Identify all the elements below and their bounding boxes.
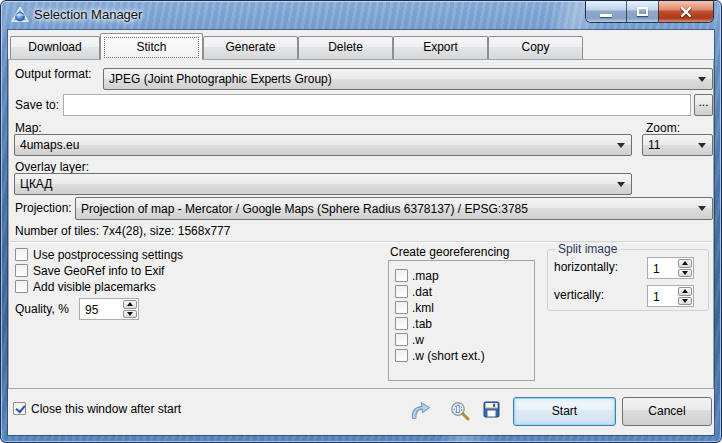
use-postprocessing-checkbox[interactable] (15, 248, 28, 261)
zoom-value: 11 (648, 138, 660, 152)
chevron-down-icon (698, 143, 706, 148)
floppy-save-icon[interactable] (483, 401, 500, 418)
spin-up-button[interactable] (678, 287, 692, 296)
spin-down-button[interactable] (678, 269, 692, 278)
use-postprocessing-label[interactable]: Use postprocessing settings (33, 248, 183, 263)
dialog-client-area: Download Stitch Generate Delete Export C… (8, 30, 714, 435)
split-image-title: Split image (555, 242, 620, 256)
minimize-icon (600, 14, 612, 17)
selection-manager-window: Selection Manager Download Stitch Genera… (0, 0, 722, 443)
georef-dat-label[interactable]: .dat (412, 285, 432, 300)
projection-label: Projection: (15, 201, 72, 216)
spin-down-button[interactable] (123, 310, 137, 319)
output-format-label: Output format: (15, 67, 92, 82)
minimize-button[interactable] (586, 1, 626, 22)
output-format-select[interactable]: JPEG (Joint Photographic Experts Group) (103, 68, 713, 90)
georeferencing-title: Create georeferencing (390, 245, 509, 260)
georef-w-short-label[interactable]: .w (short ext.) (412, 349, 485, 364)
spinner-buttons (678, 259, 692, 277)
link-icon[interactable] (408, 398, 433, 423)
map-select[interactable]: 4umaps.eu (14, 134, 632, 156)
maximize-icon (637, 7, 648, 16)
tab-generate[interactable]: Generate (203, 36, 298, 59)
georef-w-label[interactable]: .w (412, 333, 424, 348)
georef-tab-label[interactable]: .tab (412, 317, 432, 332)
split-horizontally-value[interactable]: 1 (653, 262, 660, 276)
spinner-buttons (678, 287, 692, 305)
chevron-down-icon (617, 182, 625, 187)
overlay-layer-value: ЦКАД (20, 177, 52, 191)
titlebar[interactable]: Selection Manager (0, 0, 722, 30)
tab-download[interactable]: Download (10, 36, 100, 59)
maximize-button[interactable] (626, 1, 658, 22)
cancel-button[interactable]: Cancel (622, 397, 712, 426)
tab-delete[interactable]: Delete (298, 36, 393, 59)
quality-value[interactable]: 95 (85, 303, 98, 317)
quality-spinner[interactable]: 95 (79, 298, 139, 320)
quality-label: Quality, % (15, 302, 69, 317)
projection-select[interactable]: Projection of map - Mercator / Google Ma… (75, 197, 713, 220)
app-icon[interactable] (11, 6, 29, 24)
magnifier-globe-icon[interactable] (449, 400, 471, 422)
caption-buttons (586, 1, 713, 22)
window-title: Selection Manager (34, 7, 142, 22)
save-georef-exif-checkbox[interactable] (15, 264, 28, 277)
split-vertically-label: vertically: (554, 288, 604, 303)
georef-dat-checkbox[interactable] (395, 285, 408, 298)
spin-up-button[interactable] (123, 300, 137, 309)
add-placemarks-checkbox[interactable] (15, 280, 28, 293)
save-georef-exif-label[interactable]: Save GeoRef info to Exif (33, 264, 164, 279)
split-horizontally-label: horizontally: (554, 260, 618, 275)
georef-w-short-checkbox[interactable] (395, 349, 408, 362)
close-button[interactable] (658, 1, 713, 22)
overlay-layer-select[interactable]: ЦКАД (14, 173, 632, 195)
georef-tab-checkbox[interactable] (395, 317, 408, 330)
georef-kml-checkbox[interactable] (395, 301, 408, 314)
map-value: 4umaps.eu (20, 138, 79, 152)
spin-down-button[interactable] (678, 297, 692, 306)
close-after-start-checkbox[interactable] (13, 402, 26, 415)
split-vertically-spinner[interactable]: 1 (647, 285, 694, 307)
close-after-start-label[interactable]: Close this window after start (31, 402, 181, 417)
close-icon (679, 6, 693, 18)
zoom-select[interactable]: 11 (642, 134, 713, 156)
stitch-tab-page: Output format: JPEG (Joint Photographic … (8, 59, 714, 389)
georef-kml-label[interactable]: .kml (412, 301, 434, 316)
chevron-down-icon (617, 143, 625, 148)
georeferencing-box: .map .dat .kml .tab .w .w (short ext.) (388, 260, 535, 381)
save-to-label: Save to: (15, 98, 59, 113)
georef-w-checkbox[interactable] (395, 333, 408, 346)
start-button[interactable]: Start (513, 397, 616, 426)
split-horizontally-spinner[interactable]: 1 (647, 257, 694, 279)
projection-value: Projection of map - Mercator / Google Ma… (81, 202, 528, 216)
save-to-input[interactable] (63, 94, 691, 116)
tab-export[interactable]: Export (393, 36, 488, 59)
output-format-value: JPEG (Joint Photographic Experts Group) (109, 72, 332, 86)
chevron-down-icon (698, 206, 706, 211)
spin-up-button[interactable] (678, 259, 692, 268)
georef-map-label[interactable]: .map (412, 269, 439, 284)
chevron-down-icon (698, 77, 706, 82)
split-vertically-value[interactable]: 1 (653, 290, 660, 304)
georef-map-checkbox[interactable] (395, 269, 408, 282)
split-image-group: Split image horizontally: 1 vertically: … (547, 249, 709, 311)
browse-button[interactable]: ... (694, 94, 713, 116)
tab-copy[interactable]: Copy (488, 36, 583, 59)
add-placemarks-label[interactable]: Add visible placemarks (33, 280, 156, 295)
spinner-buttons (123, 300, 137, 318)
tab-stitch[interactable]: Stitch (100, 33, 203, 60)
tiles-info-text: Number of tiles: 7x4(28), size: 1568x777 (15, 224, 230, 239)
